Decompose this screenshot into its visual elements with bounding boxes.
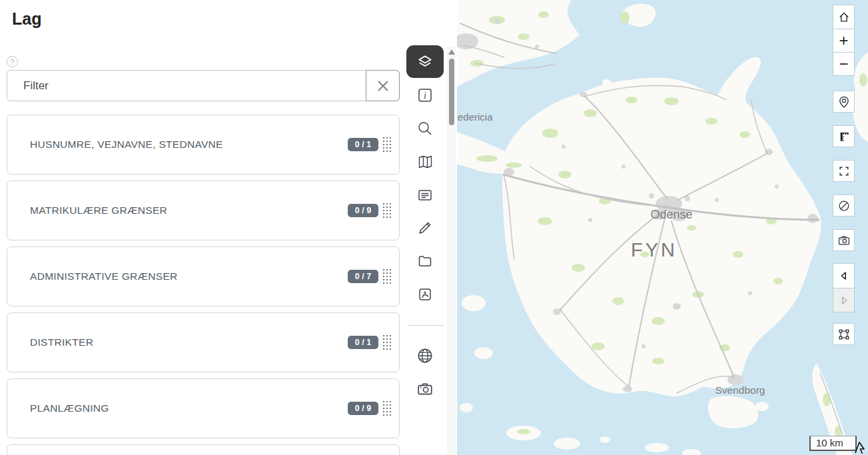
map-screenshot-button[interactable] [833,229,855,251]
mouse-cursor [853,440,868,455]
page-title: Lag [12,9,41,29]
home-icon [837,11,851,24]
scale-bar: 10 km [809,436,857,451]
tab-search[interactable] [413,117,437,141]
drag-handle-icon[interactable] [383,269,391,284]
tab-info[interactable]: i [413,83,437,107]
drag-handle-icon[interactable] [383,137,391,152]
tab-globe[interactable] [413,344,437,368]
history-control-group [833,263,855,312]
layer-group-label: DISTRIKTER [30,336,348,348]
map-label-svendborg: Svendborg [715,384,765,396]
layer-group-matrikulaere[interactable]: MATRIKULÆRE GRÆNSER 0 / 9 [7,181,400,240]
layer-count-badge: 0 / 1 [348,336,378,349]
pdf-icon [417,286,433,302]
tab-screenshot[interactable] [413,377,437,401]
home-button[interactable] [833,5,854,29]
tab-basemap[interactable] [413,150,437,174]
scrollbar-thumb[interactable] [449,59,454,125]
tab-notes[interactable] [413,183,437,207]
layer-count-badge: 0 / 9 [348,402,378,415]
select-transform-button[interactable] [833,323,855,345]
search-icon [417,121,433,137]
filter-input[interactable] [7,70,400,101]
minus-icon: − [839,56,848,72]
layer-count-badge: 0 / 1 [348,138,378,151]
camera-icon [416,380,434,398]
drag-handle-icon[interactable] [383,401,391,416]
plus-icon: + [839,33,848,49]
transform-box-icon [837,328,851,341]
layer-count-badge: 0 / 7 [348,270,378,283]
tab-folder[interactable] [413,249,437,273]
layer-count-badge: 0 / 9 [348,204,378,217]
camera-icon [837,234,851,247]
pencil-icon [417,220,433,236]
zoom-in-button[interactable]: + [833,29,854,52]
zoom-out-button[interactable]: − [833,52,854,75]
toolbar-divider [408,325,444,326]
panel-scrollbar[interactable] [447,47,456,455]
layer-group-distrikter[interactable]: DISTRIKTER 0 / 1 [7,312,400,372]
location-button[interactable] [833,91,855,113]
side-toolbar: i [405,0,448,455]
layers-icon [416,53,434,71]
clear-icon [376,79,390,93]
map-label-odense: Odense [650,208,692,221]
notes-icon [417,187,433,203]
tab-pdf[interactable] [413,282,437,306]
layer-group-husnumre[interactable]: HUSNUMRE, VEJNAVNE, STEDNAVNE 0 / 1 [7,115,400,175]
back-arrow-icon [838,270,850,282]
map-label-fredericia: edericia [458,111,493,123]
drag-handle-icon[interactable] [383,335,391,350]
scroll-up-arrow-icon[interactable] [448,49,455,55]
forward-arrow-icon [838,294,850,306]
ruler-icon [838,131,850,143]
help-icon[interactable]: ? [7,56,18,67]
clear-restriction-button[interactable] [833,195,855,217]
layers-panel: Lag ? HUSNUMRE, VEJNAVNE, STEDNAVNE 0 / … [0,0,457,455]
svg-text:i: i [424,91,426,101]
filter-clear-button[interactable] [366,70,400,101]
layer-group-partial[interactable] [7,444,400,455]
folder-icon [417,253,433,269]
layer-group-label: HUSNUMRE, VEJNAVNE, STEDNAVNE [30,139,348,151]
layer-group-label: PLANLÆGNING [30,402,348,414]
filter-row [7,70,400,101]
drag-handle-icon[interactable] [383,203,391,218]
tab-layers[interactable] [406,45,444,78]
layer-group-label: MATRIKULÆRE GRÆNSER [30,205,348,217]
layer-group-label: ADMINISTRATIVE GRÆNSER [30,270,348,282]
info-icon: i [417,87,433,103]
map-canvas[interactable]: edericia Odense FYN Svendborg [457,0,868,455]
map-viewport[interactable]: edericia Odense FYN Svendborg + − [457,0,868,455]
location-pin-icon [837,95,851,109]
fullscreen-icon [837,165,851,178]
history-back-button[interactable] [833,264,854,288]
map-label-fyn: FYN [631,239,677,260]
layer-group-planlaegning[interactable]: PLANLÆGNING 0 / 9 [7,378,400,438]
tab-draw[interactable] [413,216,437,240]
no-entry-icon [837,199,851,213]
fullscreen-button[interactable] [833,160,855,182]
layer-group-list: HUSNUMRE, VEJNAVNE, STEDNAVNE 0 / 1 MATR… [7,115,400,455]
map-icon [417,154,433,170]
measure-button[interactable] [833,125,855,147]
zoom-control-group: + − [833,5,855,76]
history-forward-button[interactable] [833,288,854,312]
layer-group-administrative[interactable]: ADMINISTRATIVE GRÆNSER 0 / 7 [7,246,400,306]
globe-icon [416,347,434,364]
